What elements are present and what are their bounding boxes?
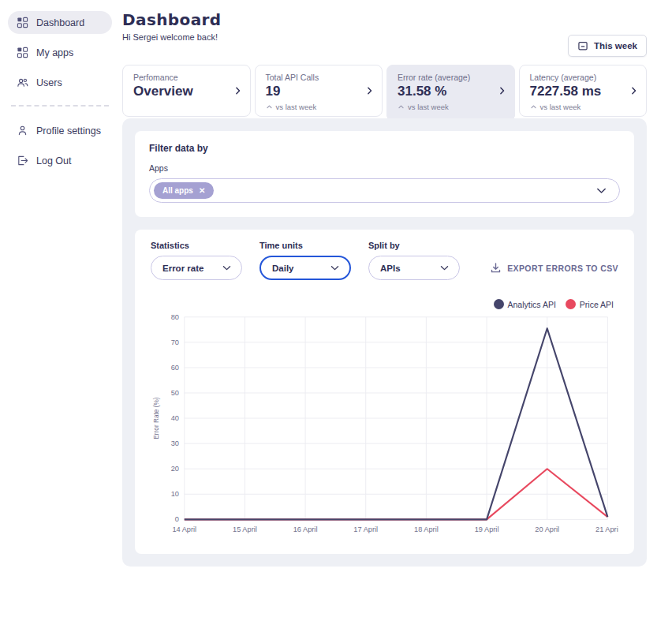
period-selector-button[interactable]: This week bbox=[568, 35, 647, 57]
stat-card-compare: vs last week bbox=[398, 103, 494, 111]
stat-card-label: Latency (average) bbox=[530, 73, 626, 82]
legend-label: Analytics API bbox=[508, 300, 556, 309]
chart-controls-row: Statistics Error rate Time units Daily bbox=[151, 241, 618, 280]
apps-field-label: Apps bbox=[149, 163, 620, 173]
svg-text:Error Rate (%): Error Rate (%) bbox=[153, 397, 160, 439]
stat-card-value: Overview bbox=[133, 84, 230, 99]
svg-text:30: 30 bbox=[171, 439, 179, 447]
chevron-right-icon bbox=[233, 86, 243, 96]
export-csv-button[interactable]: EXPORT ERRORS TO CSV bbox=[490, 262, 618, 274]
split-by-value: APIs bbox=[380, 264, 401, 273]
split-by-label: Split by bbox=[368, 241, 460, 250]
sidebar-item-label: Profile settings bbox=[36, 125, 101, 136]
person-icon bbox=[17, 125, 28, 136]
svg-text:17 April: 17 April bbox=[353, 525, 378, 533]
stat-card-value: 7227.58 ms bbox=[530, 84, 626, 99]
time-units-select[interactable]: Daily bbox=[259, 256, 351, 280]
grid-icon bbox=[17, 17, 28, 28]
legend-item-analytics-api[interactable]: Analytics API bbox=[494, 299, 556, 309]
calendar-icon bbox=[577, 40, 588, 51]
svg-text:80: 80 bbox=[171, 313, 179, 321]
svg-text:60: 60 bbox=[171, 364, 179, 372]
sidebar-item-users[interactable]: Users bbox=[8, 71, 112, 94]
chevron-up-icon bbox=[530, 103, 537, 110]
svg-text:20 April: 20 April bbox=[535, 525, 559, 533]
chevron-up-icon bbox=[266, 103, 273, 110]
download-icon bbox=[490, 262, 502, 274]
sidebar-item-label: Dashboard bbox=[36, 17, 84, 28]
statistics-control: Statistics Error rate bbox=[151, 241, 242, 280]
stat-card-label: Perfomance bbox=[133, 73, 230, 82]
stat-card-performance[interactable]: Perfomance Overview bbox=[122, 65, 251, 117]
chevron-right-icon bbox=[497, 86, 507, 96]
remove-chip-icon[interactable]: ✕ bbox=[199, 187, 205, 195]
chevron-down-icon bbox=[222, 263, 232, 273]
export-label: EXPORT ERRORS TO CSV bbox=[507, 264, 618, 273]
stat-card-compare: vs last week bbox=[266, 103, 362, 111]
filter-card: Filter data by Apps All apps ✕ bbox=[135, 131, 634, 217]
sidebar: Dashboard My apps Users Profile settings… bbox=[0, 0, 120, 190]
sidebar-item-my-apps[interactable]: My apps bbox=[8, 41, 112, 64]
svg-text:20: 20 bbox=[171, 465, 179, 473]
sidebar-item-log-out[interactable]: Log Out bbox=[8, 149, 112, 172]
stat-card-compare: vs last week bbox=[530, 103, 626, 111]
grid-icon bbox=[17, 47, 28, 58]
legend-dot-icon bbox=[566, 299, 576, 309]
statistics-select[interactable]: Error rate bbox=[151, 256, 242, 280]
svg-text:0: 0 bbox=[175, 515, 179, 523]
apps-multiselect[interactable]: All apps ✕ bbox=[149, 178, 620, 203]
chevron-right-icon bbox=[364, 86, 375, 96]
legend-dot-icon bbox=[494, 299, 504, 309]
error-rate-line-chart: 14 April15 April16 April17 April18 April… bbox=[151, 311, 618, 541]
chevron-down-icon bbox=[595, 185, 607, 196]
split-by-select[interactable]: APIs bbox=[368, 256, 460, 280]
period-label: This week bbox=[594, 41, 637, 50]
main-content: Dashboard Hi Sergei welcome back! This w… bbox=[122, 0, 647, 567]
compare-label: vs last week bbox=[276, 103, 317, 111]
svg-text:14 April: 14 April bbox=[172, 525, 196, 533]
sidebar-divider bbox=[11, 105, 109, 107]
chart-card: Statistics Error rate Time units Daily bbox=[135, 230, 634, 554]
time-units-control: Time units Daily bbox=[259, 241, 351, 280]
chip-label: All apps bbox=[162, 186, 193, 195]
sidebar-item-profile-settings[interactable]: Profile settings bbox=[8, 119, 112, 142]
page-title: Dashboard bbox=[122, 10, 647, 29]
stat-card-label: Total API Calls bbox=[266, 73, 362, 82]
svg-text:10: 10 bbox=[171, 490, 179, 498]
chevron-down-icon bbox=[330, 263, 340, 273]
time-units-label: Time units bbox=[259, 241, 351, 250]
svg-text:50: 50 bbox=[171, 389, 179, 397]
selected-app-chip[interactable]: All apps ✕ bbox=[154, 182, 214, 199]
compare-label: vs last week bbox=[408, 103, 449, 111]
svg-text:16 April: 16 April bbox=[293, 525, 318, 533]
stat-card-error-rate[interactable]: Error rate (average) 31.58 % vs last wee… bbox=[386, 65, 515, 117]
chevron-right-icon bbox=[629, 86, 639, 96]
page-header: Dashboard Hi Sergei welcome back! This w… bbox=[122, 0, 647, 42]
logout-icon bbox=[17, 155, 28, 166]
statistics-label: Statistics bbox=[151, 241, 242, 250]
stat-card-value: 31.58 % bbox=[398, 84, 494, 99]
stat-card-total-api-calls[interactable]: Total API Calls 19 vs last week bbox=[255, 65, 383, 117]
svg-text:18 April: 18 April bbox=[414, 525, 439, 533]
statistics-value: Error rate bbox=[162, 264, 203, 273]
legend-label: Price API bbox=[580, 300, 614, 309]
dashboard-panel: Filter data by Apps All apps ✕ Statistic… bbox=[122, 118, 647, 567]
svg-text:70: 70 bbox=[171, 338, 179, 346]
svg-text:40: 40 bbox=[171, 414, 179, 422]
users-icon bbox=[17, 77, 28, 88]
stat-card-value: 19 bbox=[266, 84, 362, 99]
svg-text:15 April: 15 April bbox=[233, 525, 257, 533]
svg-text:19 April: 19 April bbox=[475, 525, 499, 533]
chevron-down-icon bbox=[439, 263, 450, 273]
time-units-value: Daily bbox=[272, 264, 294, 273]
chart-legend: Analytics API Price API bbox=[151, 299, 614, 309]
svg-text:21 April: 21 April bbox=[595, 525, 618, 533]
sidebar-item-label: Log Out bbox=[36, 155, 71, 166]
sidebar-item-dashboard[interactable]: Dashboard bbox=[8, 11, 112, 34]
stat-card-latency[interactable]: Latency (average) 7227.58 ms vs last wee… bbox=[519, 65, 648, 117]
sidebar-item-label: Users bbox=[36, 77, 62, 88]
chevron-up-icon bbox=[398, 103, 405, 110]
stat-card-label: Error rate (average) bbox=[398, 73, 494, 82]
compare-label: vs last week bbox=[540, 103, 581, 111]
legend-item-price-api[interactable]: Price API bbox=[566, 299, 614, 309]
